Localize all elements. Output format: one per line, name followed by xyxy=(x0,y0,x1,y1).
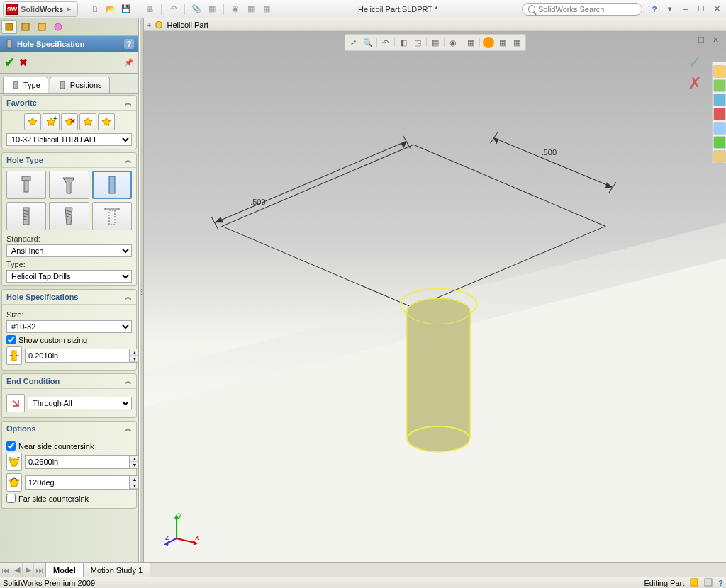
svg-text:y: y xyxy=(178,511,182,519)
help-dropdown-icon[interactable]: ▾ xyxy=(664,4,676,15)
csk-angle-input[interactable]: ▲▼ xyxy=(25,475,139,490)
search-input[interactable] xyxy=(538,5,636,13)
options-icon[interactable]: ▦ xyxy=(244,2,258,16)
csk-diameter-input[interactable]: ▲▼ xyxy=(25,455,139,469)
tab-motion-study[interactable]: Motion Study 1 xyxy=(84,563,150,577)
tools-icon[interactable]: ▦ xyxy=(259,2,274,16)
panel-help-button[interactable]: ? xyxy=(124,39,134,49)
tab-prev-button[interactable]: ◀ xyxy=(11,563,23,577)
far-csk-checkbox[interactable] xyxy=(6,494,16,503)
show-custom-sizing-checkbox[interactable] xyxy=(6,335,16,344)
type-select[interactable]: Helicoil Tap Drills xyxy=(6,270,132,283)
print-icon[interactable]: 🖶 xyxy=(143,2,157,16)
svg-text:z: z xyxy=(165,533,169,541)
save-icon[interactable]: 💾 xyxy=(119,2,133,16)
favorite-update-button[interactable]: + xyxy=(43,113,60,130)
end-condition-label: End Condition xyxy=(6,377,60,385)
end-condition-select[interactable]: Through All xyxy=(28,397,132,409)
expand-icon[interactable]: + xyxy=(147,21,151,29)
view-triad[interactable]: y x z xyxy=(164,511,199,547)
favorite-select[interactable]: 10-32 Helicoil THRU ALL xyxy=(6,133,132,146)
favorite-delete-button[interactable] xyxy=(61,113,78,130)
spin-down[interactable]: ▼ xyxy=(130,482,139,489)
config-tab[interactable] xyxy=(34,20,50,34)
reverse-direction-button[interactable] xyxy=(6,394,25,412)
hole-wizard-icon xyxy=(4,39,14,49)
hole-type-hole[interactable] xyxy=(92,171,132,199)
standard-select[interactable]: Ansi Inch xyxy=(6,244,132,257)
file-explorer-icon[interactable] xyxy=(713,94,726,106)
panel-mode-tabs xyxy=(0,18,138,35)
close-button[interactable]: ✕ xyxy=(710,4,723,15)
spin-down[interactable]: ▼ xyxy=(130,462,139,468)
property-tab[interactable] xyxy=(18,20,33,34)
new-icon[interactable]: 🗋 xyxy=(88,2,102,16)
spin-up[interactable]: ▲ xyxy=(130,456,139,462)
favorite-add-button[interactable] xyxy=(24,113,41,130)
app-menu-button[interactable]: SW SolidWorks ▸ xyxy=(3,1,78,17)
cancel-button[interactable]: ✖ xyxy=(19,57,28,68)
hole-type-tap[interactable] xyxy=(6,202,46,230)
tab-last-button[interactable]: ⏭ xyxy=(34,563,45,577)
appearances-icon[interactable] xyxy=(713,122,726,135)
size-select[interactable]: #10-32 xyxy=(6,320,132,333)
svg-rect-17 xyxy=(109,210,115,225)
document-recovery-icon[interactable] xyxy=(713,150,726,163)
spin-down[interactable]: ▼ xyxy=(130,356,139,362)
view-palette-icon[interactable] xyxy=(713,108,726,120)
chevron-up-icon: ︽ xyxy=(125,98,132,108)
dimxpert-tab[interactable] xyxy=(50,20,66,34)
drill-diameter-input[interactable]: ▲▼ xyxy=(25,349,139,363)
help-icon[interactable]: ? xyxy=(648,4,661,15)
tab-type[interactable]: Type xyxy=(3,77,48,93)
graphics-viewport[interactable]: + Helicoil Part ⤢ 🔍 ↶ ◧ ◳ ▦ ◉ ▦ ▦ ▦ ─ ☐ xyxy=(144,18,726,562)
section-options-header[interactable]: Options ︽ xyxy=(2,422,136,436)
sub-tabs: Type Positions xyxy=(0,74,138,94)
hole-type-label: Hole Type xyxy=(6,156,43,164)
tab-model[interactable]: Model xyxy=(46,563,84,577)
hole-type-legacy[interactable] xyxy=(92,202,132,230)
chevron-up-icon: ︽ xyxy=(125,292,132,302)
svg-rect-11 xyxy=(24,181,28,192)
open-icon[interactable]: 📂 xyxy=(104,2,118,16)
flyout-tree-header[interactable]: + Helicoil Part xyxy=(144,18,726,31)
hole-type-counterbore[interactable] xyxy=(6,171,46,199)
spin-up[interactable]: ▲ xyxy=(130,349,139,356)
hole-type-countersink[interactable] xyxy=(49,171,89,199)
custom-props-icon[interactable] xyxy=(713,136,726,149)
far-csk-label: Far side countersink xyxy=(18,494,89,503)
options-label: Options xyxy=(6,424,36,433)
ok-button[interactable]: ✔ xyxy=(4,55,15,70)
pin-icon[interactable]: 📌 xyxy=(124,58,134,67)
favorite-save-button[interactable] xyxy=(79,113,96,130)
favorite-load-button[interactable] xyxy=(98,113,115,130)
resources-icon[interactable] xyxy=(713,65,726,78)
hole-type-pipe-tap[interactable] xyxy=(49,202,89,230)
tab-positions[interactable]: Positions xyxy=(50,77,110,93)
search-box[interactable] xyxy=(522,3,642,16)
tab-first-button[interactable]: ⏮ xyxy=(0,563,11,577)
section-hole-type-header[interactable]: Hole Type ︽ xyxy=(2,153,136,168)
section-favorite-header[interactable]: Favorite ︽ xyxy=(2,96,136,111)
tab-next-button[interactable]: ▶ xyxy=(23,563,34,577)
undo-icon[interactable]: ↶ xyxy=(166,2,180,16)
rebuild-icon[interactable]: ◉ xyxy=(228,2,242,16)
feature-tree-tab[interactable] xyxy=(1,20,17,34)
maximize-button[interactable]: ☐ xyxy=(695,4,708,15)
status-icon-1[interactable] xyxy=(690,578,698,588)
minimize-button[interactable]: ─ xyxy=(679,4,692,15)
svg-line-46 xyxy=(177,538,195,543)
svg-text:x: x xyxy=(195,533,199,541)
search-icon xyxy=(528,5,535,13)
spin-up[interactable]: ▲ xyxy=(130,476,139,482)
section-hole-spec-header[interactable]: Hole Specifications ︽ xyxy=(2,290,136,305)
splitter-handle[interactable] xyxy=(139,18,144,562)
svg-text:+: + xyxy=(53,116,57,123)
near-csk-checkbox[interactable] xyxy=(6,441,16,451)
design-library-icon[interactable] xyxy=(713,79,726,92)
status-icon-3[interactable]: ? xyxy=(718,579,723,587)
select-icon[interactable]: ▦ xyxy=(205,2,219,16)
clip-icon[interactable]: 📎 xyxy=(189,2,203,16)
status-icon-2[interactable] xyxy=(704,578,713,588)
section-end-condition-header[interactable]: End Condition ︽ xyxy=(2,374,136,389)
